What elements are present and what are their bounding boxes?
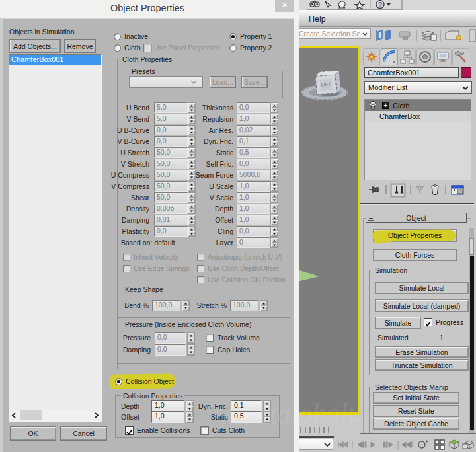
svg-text:LIFT: LIFT — [321, 82, 332, 87]
svg-text:?: ? — [378, 1, 382, 9]
